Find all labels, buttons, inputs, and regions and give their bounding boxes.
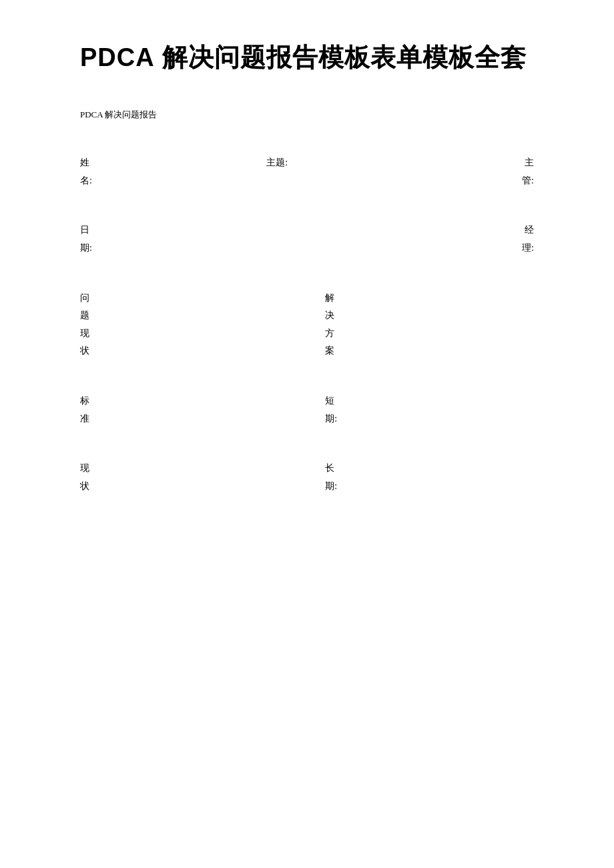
- problem-field: 问 题 现 状: [80, 290, 289, 360]
- main-title: PDCA 解决问题报告模板表单模板全套: [80, 40, 534, 75]
- problem-label: 问 题 现 状: [80, 293, 89, 356]
- date-label: 日 期:: [80, 225, 92, 253]
- currentstate-longterm-row: 现 状 长 期:: [80, 460, 534, 495]
- standard-field: 标 准: [80, 392, 289, 428]
- currentstate-longterm-section: 现 状 长 期:: [80, 460, 534, 495]
- date-manager-row: 日 期: 经 理:: [80, 222, 534, 257]
- current-state-label: 现 状: [80, 463, 89, 491]
- title-bold: PDCA: [80, 43, 155, 71]
- date-field: 日 期:: [80, 222, 266, 257]
- supervisor-label: 主 管:: [522, 157, 534, 185]
- name-label: 姓 名:: [80, 157, 92, 185]
- standard-label: 标 准: [80, 396, 89, 424]
- long-term-field: 长 期:: [325, 460, 534, 495]
- standard-shortterm-row: 标 准 短 期:: [80, 392, 534, 428]
- header-fields-section: 姓 名: 主题: 主 管:: [80, 154, 534, 189]
- solution-field: 解 决 方 案: [325, 290, 534, 360]
- subtitle: PDCA 解决问题报告: [80, 109, 534, 121]
- page-container: PDCA 解决问题报告模板表单模板全套 PDCA 解决问题报告 姓 名: 主题:…: [0, 0, 614, 868]
- date-manager-section: 日 期: 经 理:: [80, 222, 534, 257]
- name-subject-supervisor-row: 姓 名: 主题: 主 管:: [80, 154, 534, 189]
- subject-label: 主题:: [266, 157, 288, 167]
- manager-label: 经 理:: [522, 225, 534, 253]
- short-term-label: 短 期:: [325, 396, 337, 424]
- problem-solution-row: 问 题 现 状 解 决 方 案: [80, 290, 534, 360]
- standard-shortterm-section: 标 准 短 期:: [80, 392, 534, 428]
- problem-solution-section: 问 题 现 状 解 决 方 案: [80, 290, 534, 360]
- subject-field: 主题:: [266, 154, 452, 172]
- short-term-field: 短 期:: [325, 392, 534, 428]
- name-field: 姓 名:: [80, 154, 266, 189]
- manager-field: 经 理:: [453, 222, 534, 257]
- long-term-label: 长 期:: [325, 463, 337, 491]
- solution-label: 解 决 方 案: [325, 293, 334, 356]
- title-rest: 解决问题报告模板表单模板全套: [155, 43, 527, 71]
- current-state-field: 现 状: [80, 460, 289, 495]
- supervisor-field: 主 管:: [453, 154, 534, 189]
